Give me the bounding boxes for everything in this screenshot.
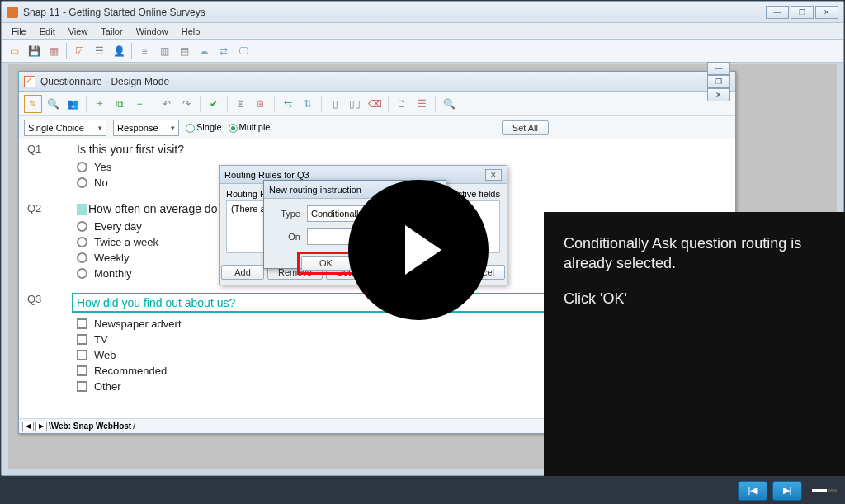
q-minimize-button[interactable]: —: [707, 62, 730, 75]
option-label: Yes: [94, 161, 111, 173]
menu-file[interactable]: File: [5, 25, 33, 38]
multiple-radio[interactable]: Multiple: [229, 122, 271, 133]
radio-icon: [77, 237, 87, 247]
app-title: Snap 11 - Getting Started Online Surveys: [23, 7, 205, 18]
question-text: Is this your first visit?: [77, 143, 184, 156]
swap-qa-icon[interactable]: ⇅: [299, 95, 317, 113]
menubar: File Edit View Tailor Window Help: [2, 23, 843, 40]
comments-icon[interactable]: ☰: [90, 42, 108, 60]
menu-help[interactable]: Help: [175, 25, 207, 38]
response-select[interactable]: Response: [113, 120, 179, 136]
type-label: Type: [272, 209, 300, 219]
caption-line1: Conditionally Ask question routing is al…: [564, 233, 825, 274]
close-button[interactable]: ✕: [815, 6, 838, 19]
add-button[interactable]: Add: [221, 265, 264, 280]
save-icon[interactable]: 💾: [25, 42, 43, 60]
plus-rows-icon[interactable]: ⧉: [111, 95, 129, 113]
q-close-button[interactable]: ✕: [707, 88, 730, 101]
strike-icon[interactable]: ⌫: [366, 95, 384, 113]
option-label: Weekly: [94, 252, 129, 264]
check-green-icon[interactable]: ✔: [205, 95, 223, 113]
separator-icon: [131, 43, 132, 59]
ok-highlight: OK: [297, 252, 355, 275]
edit-icon[interactable]: ✎: [24, 95, 42, 113]
set-all-button[interactable]: Set All: [502, 120, 549, 135]
caption-line2: Click 'OK': [564, 289, 825, 309]
cloud-icon[interactable]: ☁: [195, 42, 213, 60]
checkbox-icon: [77, 350, 87, 360]
option-label: Web: [94, 349, 116, 361]
play-icon: [405, 225, 441, 275]
page-icon[interactable]: 🗋: [393, 95, 411, 113]
questionnaire-toolbar: ✎ 🔍 👥 ＋ ⧉ − ↶ ↷ ✔ 🗎 🗎 ⇆ ⇅ ▯ ▯▯: [19, 92, 735, 116]
option-label: No: [94, 177, 108, 189]
questionnaire-icon: [24, 76, 35, 87]
columns2-icon[interactable]: ▯▯: [346, 95, 364, 113]
option-label: Every day: [94, 220, 142, 233]
ok-button[interactable]: OK: [301, 256, 351, 271]
video-play-button[interactable]: [348, 180, 489, 320]
doc-icon[interactable]: 🗎: [232, 95, 250, 113]
menu-tailor[interactable]: Tailor: [94, 25, 129, 38]
option-label: Monthly: [94, 267, 132, 280]
maximize-button[interactable]: ❐: [791, 6, 814, 19]
separator-icon: [435, 96, 436, 112]
option-label: TV: [94, 333, 108, 346]
checkbox-icon: [77, 318, 87, 329]
menu-window[interactable]: Window: [130, 25, 175, 38]
find-icon[interactable]: 🔍: [44, 95, 62, 113]
doc-swap-icon[interactable]: 🗎: [252, 95, 270, 113]
menu-view[interactable]: View: [62, 25, 95, 38]
grid-icon[interactable]: ▦: [45, 42, 63, 60]
response-type-select[interactable]: Single Choice: [24, 120, 106, 136]
swap-ab-icon[interactable]: ⇆: [279, 95, 297, 113]
question-number: Q2: [27, 202, 77, 215]
main-toolbar: ▭ 💾 ▦ ☑ ☰ 👤 ≡ ▥ ▤ ☁ ⇄ 🖵: [2, 40, 843, 63]
question-number: Q3: [27, 293, 77, 313]
q-maximize-button[interactable]: ❐: [707, 75, 730, 88]
status-prev-button[interactable]: ◀: [22, 422, 34, 431]
separator-icon: [227, 96, 228, 112]
menu-edit[interactable]: Edit: [33, 25, 62, 38]
columns-icon[interactable]: ▯: [326, 95, 344, 113]
chart-icon[interactable]: ▥: [155, 42, 173, 60]
single-radio[interactable]: Single: [186, 122, 222, 133]
separator-icon: [200, 96, 201, 112]
table-icon[interactable]: ▤: [175, 42, 193, 60]
prev-step-button[interactable]: |◀: [738, 481, 767, 501]
users-icon[interactable]: 👥: [64, 95, 82, 113]
open-icon[interactable]: ▭: [5, 42, 23, 60]
next-step-button[interactable]: ▶|: [772, 481, 802, 501]
app-titlebar: Snap 11 - Getting Started Online Surveys…: [2, 2, 843, 23]
magnify-icon[interactable]: 🔍: [440, 95, 458, 113]
video-control-bar: |◀ ▶|: [0, 477, 845, 504]
status-next-button[interactable]: ▶: [35, 422, 47, 431]
radio-icon: [77, 221, 87, 232]
option-label: Newspaper advert: [94, 318, 182, 330]
separator-icon: [321, 96, 322, 112]
routing-close-button[interactable]: ✕: [485, 169, 502, 181]
app-logo-icon: [7, 7, 18, 18]
arrows-icon[interactable]: ⇄: [215, 42, 233, 60]
routing-dialog-title: Routing Rules for Q3: [224, 170, 309, 180]
minimize-button[interactable]: —: [766, 6, 789, 19]
undo-icon[interactable]: ↶: [158, 95, 176, 113]
plus-icon[interactable]: ＋: [91, 95, 109, 113]
list-icon[interactable]: ≡: [135, 42, 153, 60]
minus-icon[interactable]: −: [130, 95, 149, 113]
user-icon[interactable]: 👤: [110, 42, 128, 60]
questionnaire-titlebar: Questionnaire - Design Mode — ❐ ✕: [19, 72, 735, 92]
radio-icon: [77, 252, 87, 263]
list2-icon[interactable]: ☰: [413, 95, 431, 113]
checkbox-icon: [77, 365, 87, 376]
caption-panel: Conditionally Ask question routing is al…: [544, 212, 845, 476]
volume-indicator[interactable]: [812, 489, 837, 492]
check-icon[interactable]: ☑: [70, 42, 88, 60]
volume-bar-icon: [828, 489, 837, 492]
new-routing-title: New routing instruction: [269, 185, 361, 195]
separator-icon: [66, 43, 67, 59]
redo-icon[interactable]: ↷: [177, 95, 196, 113]
monitor-icon[interactable]: 🖵: [234, 42, 253, 60]
radio-icon: [77, 177, 87, 188]
questionnaire-options-bar: Single Choice Response Single Multiple S…: [19, 116, 735, 139]
